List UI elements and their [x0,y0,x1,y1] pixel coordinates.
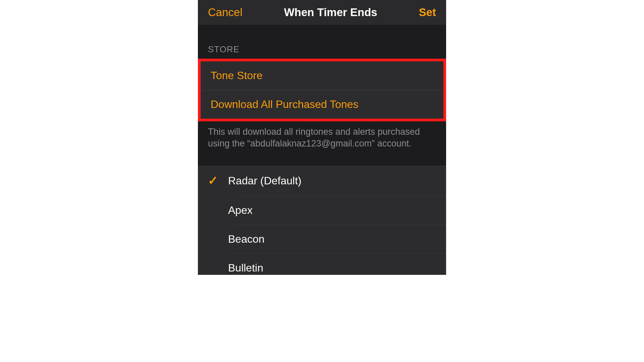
ringtone-row-beacon[interactable]: Beacon [198,225,446,253]
ringtone-list: ✓ Radar (Default) Apex Beacon Bulletin [198,166,446,275]
spacer [198,25,446,44]
highlight-annotation: Tone Store Download All Purchased Tones [198,59,446,121]
ringtone-label: Apex [228,204,436,217]
cancel-button[interactable]: Cancel [208,6,243,19]
ringtone-row-bulletin[interactable]: Bulletin [198,254,446,275]
timer-sound-picker-screen: Cancel When Timer Ends Set STORE Tone St… [198,0,446,275]
store-section-footer: This will download all ringtones and ale… [198,121,446,160]
ringtone-label: Bulletin [228,262,436,274]
ringtone-row-apex[interactable]: Apex [198,196,446,225]
navigation-bar: Cancel When Timer Ends Set [198,0,446,25]
ringtone-row-radar[interactable]: ✓ Radar (Default) [198,166,446,196]
ringtone-label: Beacon [228,233,436,245]
checkmark-icon: ✓ [208,174,228,188]
set-button[interactable]: Set [419,6,436,19]
store-section-header: STORE [198,44,446,59]
download-all-purchased-tones-row[interactable]: Download All Purchased Tones [201,90,443,119]
ringtone-label: Radar (Default) [228,175,436,187]
tone-store-row[interactable]: Tone Store [201,61,443,90]
page-title: When Timer Ends [284,6,377,19]
